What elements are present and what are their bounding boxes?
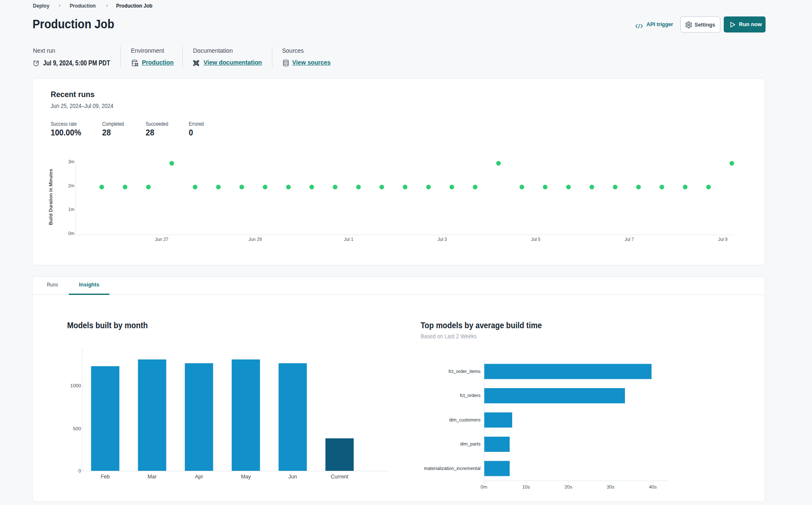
svg-text:dim_customers: dim_customers (449, 417, 481, 422)
svg-text:0m: 0m (68, 231, 74, 236)
svg-text:10s: 10s (522, 484, 530, 489)
svg-text:20s: 20s (565, 484, 573, 489)
svg-text:Jul 1: Jul 1 (344, 237, 353, 242)
svg-text:40s: 40s (649, 484, 657, 489)
svg-text:0m: 0m (481, 484, 487, 489)
svg-text:Build Duration in Minutes: Build Duration in Minutes (48, 169, 53, 225)
svg-text:Jul 3: Jul 3 (437, 237, 447, 242)
svg-text:May: May (241, 474, 251, 480)
svg-text:1m: 1m (68, 207, 74, 212)
svg-text:Jun: Jun (288, 474, 297, 480)
svg-text:500: 500 (73, 426, 81, 431)
svg-text:3m: 3m (68, 159, 74, 164)
svg-text:materialization_incremental: materialization_incremental (424, 466, 481, 471)
svg-text:Apr: Apr (195, 474, 203, 480)
svg-text:Mar: Mar (147, 474, 157, 480)
svg-text:Jun 29: Jun 29 (249, 237, 262, 242)
svg-text:Jul 7: Jul 7 (625, 237, 634, 242)
svg-text:fct_orders: fct_orders (460, 393, 481, 398)
svg-text:Feb: Feb (100, 474, 110, 480)
svg-text:Jun 27: Jun 27 (155, 237, 168, 242)
svg-text:0: 0 (78, 468, 81, 473)
svg-text:2m: 2m (68, 183, 74, 188)
svg-text:Jul 9: Jul 9 (718, 237, 728, 242)
svg-text:1000: 1000 (70, 383, 81, 388)
svg-text:dim_parts: dim_parts (460, 441, 481, 446)
svg-text:Jul 5: Jul 5 (531, 237, 540, 242)
svg-text:fct_order_items: fct_order_items (448, 369, 481, 374)
svg-text:Current: Current (331, 474, 348, 480)
svg-text:30s: 30s (607, 484, 615, 489)
